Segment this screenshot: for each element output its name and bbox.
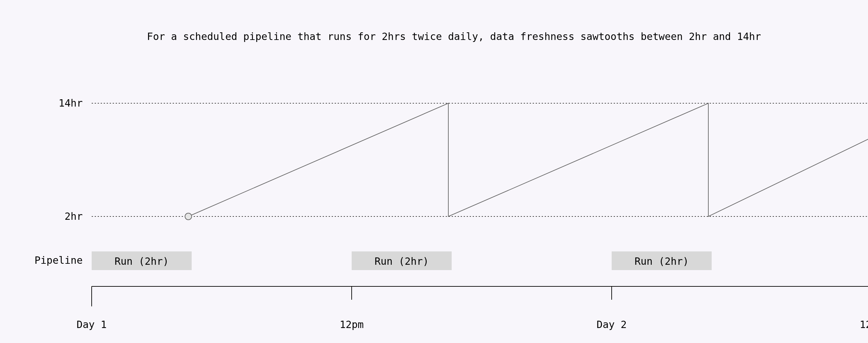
xtick-0: Day 1 <box>77 319 107 330</box>
run-box-2: Run (2hr) <box>612 251 712 270</box>
run-box-1: Run (2hr) <box>352 251 452 270</box>
svg-text:Run (2hr): Run (2hr) <box>115 255 169 267</box>
ytick-high: 14hr <box>59 97 83 109</box>
pipeline-label: Pipeline <box>35 254 83 266</box>
run-box-0: Run (2hr) <box>92 251 192 270</box>
freshness-line <box>188 103 868 216</box>
xtick-1: 12pm <box>340 319 364 330</box>
ytick-low: 2hr <box>65 210 83 222</box>
chart-title: For a scheduled pipeline that runs for 2… <box>147 31 761 42</box>
x-axis <box>92 286 868 306</box>
svg-text:Run (2hr): Run (2hr) <box>375 255 429 267</box>
freshness-start-dot <box>185 213 192 220</box>
xtick-3: 12pm <box>860 319 868 330</box>
diagram-svg: For a scheduled pipeline that runs for 2… <box>0 0 868 343</box>
xtick-2: Day 2 <box>597 319 627 330</box>
svg-text:Run (2hr): Run (2hr) <box>635 255 689 267</box>
